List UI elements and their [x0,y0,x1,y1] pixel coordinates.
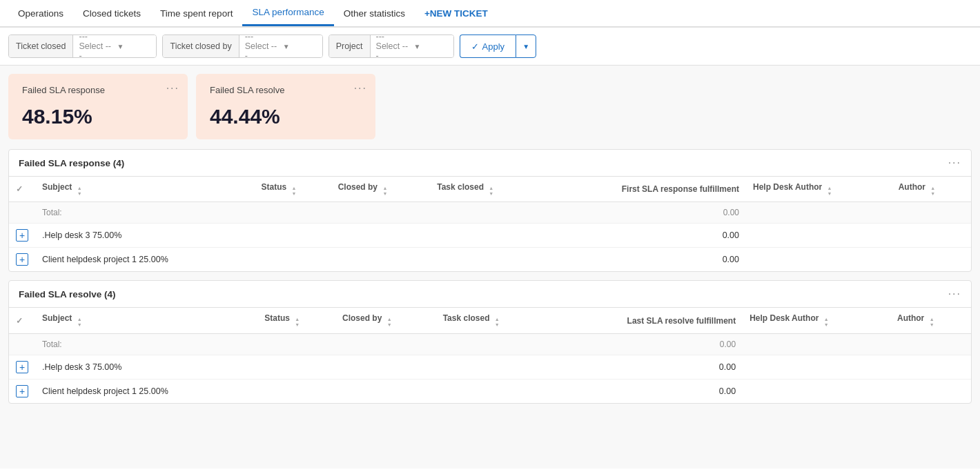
failed-sla-response-table-menu-icon[interactable]: ··· [948,157,961,169]
table-row: + Client helpdesk project 1 25.00% 0.00 [9,248,971,272]
subject2-sort-icon: ▲▼ [77,317,82,327]
apply-label: Apply [482,41,505,52]
subject-sort-icon: ▲▼ [77,186,82,196]
nav-closed-tickets[interactable]: Closed tickets [73,1,150,26]
failed-sla-resolve-table: ✓ Subject ▲▼ Status ▲▼ Closed by ▲▼ [9,308,971,402]
row4-status [257,379,335,403]
check-all-icon[interactable]: ✓ [16,184,23,194]
ticket-closed-by-label: Ticket closed by [163,35,239,57]
th2-author-label: Author [897,313,924,323]
row4-expand-button[interactable]: + [16,385,28,397]
row1-sla-value: 0.00 [540,224,746,248]
failed-sla-response-menu-icon[interactable]: ··· [166,82,179,95]
th-subject[interactable]: Subject ▲▼ [35,177,255,202]
table-header-row: ✓ Subject ▲▼ Status ▲▼ Closed by ▲▼ [9,177,971,202]
ticket-closed-by-filter: Ticket closed by --- Select --- ▼ [162,35,322,58]
row3-closed-by [335,355,436,379]
failed-sla-response-table-section: Failed SLA response (4) ··· ✓ Subject ▲▼… [8,149,972,272]
table-header-row-2: ✓ Subject ▲▼ Status ▲▼ Closed by ▲▼ [9,308,971,333]
nav-new-ticket[interactable]: +NEW TICKET [415,1,498,26]
th2-sla-fulfillment: Last SLA resolve fulfillment [548,308,743,333]
total-sla-value: 0.00 [540,202,746,224]
project-label: Project [329,35,371,57]
th2-subject-label: Subject [42,313,72,323]
row2-status [255,248,331,272]
th-help-desk-author-label: Help Desk Author [753,182,822,192]
project-select[interactable]: --- Select --- ▼ [371,35,453,57]
failed-sla-resolve-table-menu-icon[interactable]: ··· [948,288,961,300]
row2-author [892,248,971,272]
help-desk-author-sort-icon: ▲▼ [827,186,832,196]
failed-sla-response-value: 48.15% [22,105,174,128]
th2-closed-by[interactable]: Closed by ▲▼ [335,308,436,333]
failed-sla-resolve-table-title: Failed SLA resolve (4) [19,289,116,299]
failed-sla-response-table-header: Failed SLA response (4) ··· [9,150,971,177]
nav-operations[interactable]: Operations [8,1,73,26]
failed-sla-response-table: ✓ Subject ▲▼ Status ▲▼ Closed by ▲▼ [9,177,971,271]
row1-help-desk-author [746,224,892,248]
th2-check: ✓ [9,308,35,333]
total2-help-desk-col [743,333,890,355]
th2-status-label: Status [264,313,290,323]
row2-help-desk-author [746,248,892,272]
author2-sort-icon: ▲▼ [930,317,934,327]
row3-check-col: + [9,355,35,379]
row4-sla-value: 0.00 [548,379,743,403]
ticket-closed-by-chevron-icon: ▼ [283,43,317,50]
failed-sla-response-title: Failed SLA response [22,85,174,95]
status2-sort-icon: ▲▼ [295,317,300,327]
nav-other-statistics[interactable]: Other statistics [334,1,415,26]
check-all-2-icon[interactable]: ✓ [16,316,23,326]
row4-author [890,379,971,403]
th-sla-fulfillment: First SLA response fulfillment [540,177,746,202]
ticket-closed-label: Ticket closed [9,35,73,57]
task-closed-sort-icon: ▲▼ [489,186,493,196]
th2-status[interactable]: Status ▲▼ [257,308,335,333]
filters-row: Ticket closed --- Select --- ▼ Ticket cl… [0,28,980,66]
row4-task-closed [436,379,548,403]
th2-task-closed[interactable]: Task closed ▲▼ [436,308,548,333]
stat-cards-row: Failed SLA response 48.15% ··· Failed SL… [8,74,972,139]
th-author[interactable]: Author ▲▼ [892,177,971,202]
row2-check-col: + [9,248,35,272]
apply-dropdown-button[interactable]: ▼ [516,35,536,58]
row4-help-desk-author [743,379,890,403]
failed-sla-resolve-card: Failed SLA resolve 44.44% ··· [196,74,375,139]
task-closed2-sort-icon: ▲▼ [495,317,500,327]
nav-sla-performance[interactable]: SLA performance [242,0,333,26]
th2-closed-by-label: Closed by [342,313,382,323]
help-desk-author2-sort-icon: ▲▼ [824,317,829,327]
nav-time-spent[interactable]: Time spent report [150,1,242,26]
row3-expand-button[interactable]: + [16,361,28,373]
total-author-col [892,202,971,224]
th2-subject[interactable]: Subject ▲▼ [35,308,257,333]
ticket-closed-select[interactable]: --- Select --- ▼ [73,35,156,57]
th2-help-desk-author[interactable]: Help Desk Author ▲▼ [743,308,890,333]
th2-author[interactable]: Author ▲▼ [890,308,971,333]
row3-sla-value: 0.00 [548,355,743,379]
row2-task-closed [430,248,540,272]
th-task-closed[interactable]: Task closed ▲▼ [430,177,540,202]
main-content: Failed SLA response 48.15% ··· Failed SL… [0,66,980,469]
row1-expand-button[interactable]: + [16,229,28,242]
failed-sla-resolve-value: 44.44% [210,105,362,128]
failed-sla-resolve-table-header: Failed SLA resolve (4) ··· [9,281,971,308]
failed-sla-resolve-menu-icon[interactable]: ··· [354,82,367,95]
th-help-desk-author[interactable]: Help Desk Author ▲▼ [746,177,892,202]
th-subject-label: Subject [42,182,72,192]
th-status[interactable]: Status ▲▼ [255,177,331,202]
top-navigation: Operations Closed tickets Time spent rep… [0,0,980,28]
row2-closed-by [331,248,431,272]
row4-check-col: + [9,379,35,403]
ticket-closed-by-select[interactable]: --- Select --- ▼ [239,35,322,57]
th-closed-by[interactable]: Closed by ▲▼ [331,177,431,202]
apply-button[interactable]: ✓ Apply [460,35,516,58]
th-task-closed-label: Task closed [437,182,484,192]
project-select-value: --- Select --- [376,35,410,58]
row2-subject: Client helpdesk project 1 25.00% [35,248,255,272]
table-row: + Client helpdesk project 1 25.00% 0.00 [9,379,971,403]
row2-expand-button[interactable]: + [16,253,28,266]
total-label: Total: [35,202,540,224]
th2-task-closed-label: Task closed [443,313,490,323]
row3-author [890,355,971,379]
